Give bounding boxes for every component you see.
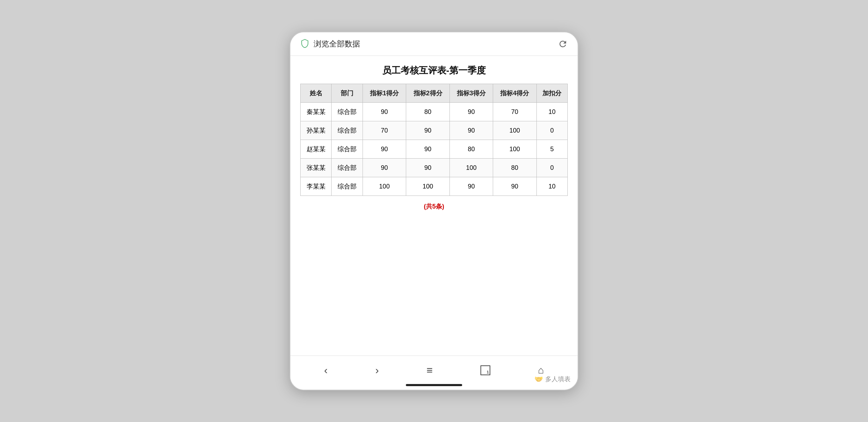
table-cell: 90 — [449, 121, 493, 140]
table-cell: 赵某某 — [301, 140, 332, 159]
window-button[interactable]: 1 — [474, 363, 497, 378]
table-cell: 孙某某 — [301, 121, 332, 140]
table-cell: 100 — [493, 140, 536, 159]
shield-icon — [300, 39, 309, 49]
table-cell: 90 — [406, 140, 449, 159]
table-cell: 90 — [406, 159, 449, 177]
menu-icon: ≡ — [427, 365, 433, 376]
col-name: 姓名 — [301, 84, 332, 103]
table-cell: 90 — [493, 177, 536, 196]
table-cell: 张某某 — [301, 159, 332, 177]
table-body: 秦某某综合部9080907010孙某某综合部7090901000赵某某综合部90… — [301, 103, 568, 196]
table-title: 员工考核互评表-第一季度 — [300, 64, 568, 77]
forward-icon: › — [375, 365, 379, 376]
table-cell: 100 — [406, 177, 449, 196]
back-button[interactable]: ‹ — [318, 362, 334, 378]
main-content: 员工考核互评表-第一季度 姓名 部门 指标1得分 指标2得分 指标3得分 指标4… — [290, 56, 578, 356]
table-cell: 综合部 — [332, 103, 363, 121]
table-cell: 0 — [536, 121, 568, 140]
table-cell: 70 — [493, 103, 536, 121]
col-deduct: 加扣分 — [536, 84, 568, 103]
table-cell: 综合部 — [332, 121, 363, 140]
refresh-icon[interactable] — [558, 39, 568, 49]
col-score3: 指标3得分 — [449, 84, 493, 103]
table-cell: 80 — [406, 103, 449, 121]
table-cell: 90 — [363, 159, 406, 177]
table-row: 秦某某综合部9080907010 — [301, 103, 568, 121]
window-icon: 1 — [480, 365, 490, 375]
table-cell: 秦某某 — [301, 103, 332, 121]
home-indicator — [406, 384, 462, 386]
table-cell: 100 — [449, 159, 493, 177]
table-cell: 90 — [449, 103, 493, 121]
watermark-text: 多人填表 — [545, 375, 571, 383]
table-header-row: 姓名 部门 指标1得分 指标2得分 指标3得分 指标4得分 加扣分 — [301, 84, 568, 103]
table-cell: 100 — [493, 121, 536, 140]
bottom-area: ‹ › ≡ 1 ⌂ 🤝 多人填表 — [290, 356, 578, 390]
table-cell: 综合部 — [332, 140, 363, 159]
table-cell: 90 — [363, 103, 406, 121]
data-table: 姓名 部门 指标1得分 指标2得分 指标3得分 指标4得分 加扣分 秦某某综合部… — [300, 84, 568, 196]
home-icon: ⌂ — [538, 365, 544, 375]
forward-button[interactable]: › — [369, 362, 385, 378]
table-cell: 0 — [536, 159, 568, 177]
table-cell: 90 — [406, 121, 449, 140]
table-cell: 10 — [536, 103, 568, 121]
header: 浏览全部数据 — [290, 32, 578, 56]
table-cell: 综合部 — [332, 177, 363, 196]
col-dept: 部门 — [332, 84, 363, 103]
table-cell: 70 — [363, 121, 406, 140]
col-score1: 指标1得分 — [363, 84, 406, 103]
col-score2: 指标2得分 — [406, 84, 449, 103]
table-cell: 李某某 — [301, 177, 332, 196]
table-cell: 90 — [449, 177, 493, 196]
col-score4: 指标4得分 — [493, 84, 536, 103]
back-icon: ‹ — [324, 365, 328, 376]
table-cell: 100 — [363, 177, 406, 196]
record-count: (共5条) — [300, 196, 568, 214]
table-cell: 90 — [363, 140, 406, 159]
table-cell: 80 — [449, 140, 493, 159]
table-cell: 5 — [536, 140, 568, 159]
table-row: 李某某综合部100100909010 — [301, 177, 568, 196]
menu-button[interactable]: ≡ — [420, 362, 439, 378]
table-row: 张某某综合部9090100800 — [301, 159, 568, 177]
table-cell: 80 — [493, 159, 536, 177]
table-cell: 综合部 — [332, 159, 363, 177]
table-row: 赵某某综合部9090801005 — [301, 140, 568, 159]
watermark-icon: 🤝 — [534, 375, 543, 383]
table-row: 孙某某综合部7090901000 — [301, 121, 568, 140]
table-cell: 10 — [536, 177, 568, 196]
header-title: 浏览全部数据 — [314, 39, 360, 49]
